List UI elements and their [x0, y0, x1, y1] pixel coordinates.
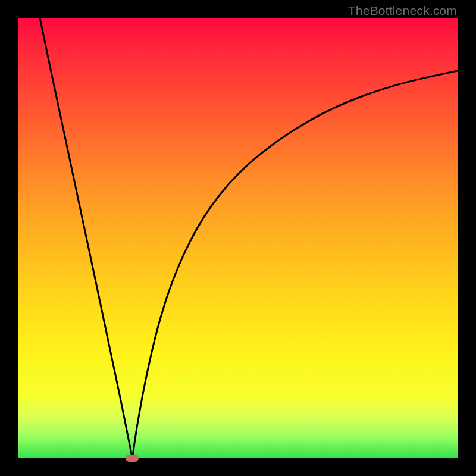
vertex-marker — [126, 455, 139, 462]
curve-overlay — [18, 18, 458, 458]
chart-frame: TheBottleneck.com — [0, 0, 476, 476]
curve-right — [132, 71, 458, 458]
watermark-label: TheBottleneck.com — [348, 4, 457, 18]
curve-left — [40, 18, 132, 458]
